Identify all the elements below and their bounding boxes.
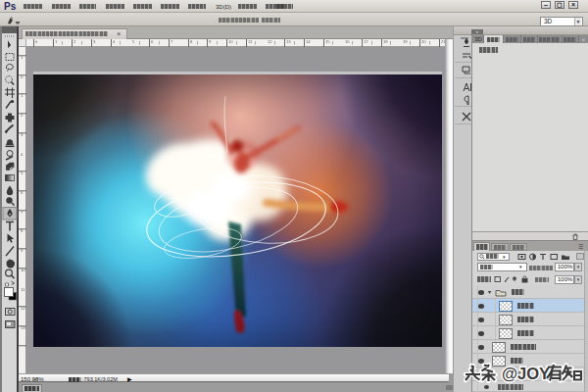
svg-text:@JOY: @JOY <box>502 365 550 382</box>
